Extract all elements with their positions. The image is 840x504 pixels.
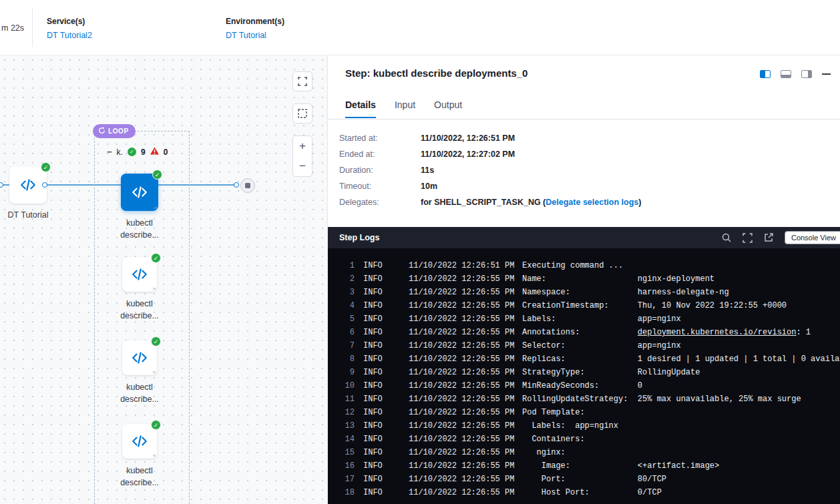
- log-timestamp: 11/10/2022 12:26:55 PM: [409, 433, 522, 446]
- step-logs-console[interactable]: 1 INFO 11/10/2022 12:26:51 PM Executing …: [328, 248, 840, 504]
- services-block: Service(s) DT Tutorial2: [47, 17, 92, 40]
- log-level: INFO: [363, 312, 409, 326]
- log-message: Executing command ...: [522, 259, 623, 272]
- connector-port: [42, 182, 47, 188]
- detail-value: 11/10/2022, 12:26:51 PM: [421, 134, 515, 143]
- log-level: INFO: [363, 419, 409, 433]
- log-level: INFO: [363, 286, 409, 299]
- log-line-number: 11: [337, 393, 355, 406]
- bottom-pane-view-icon[interactable]: [781, 70, 791, 78]
- open-in-new-icon[interactable]: [764, 233, 773, 242]
- log-message: MinReadySeconds: 0: [522, 379, 642, 393]
- delegate-selection-logs-link[interactable]: Delegate selection logs: [546, 198, 638, 207]
- pipeline-step-node[interactable]: ✓ ‹› kubectldescribe...: [105, 257, 174, 340]
- log-level: INFO: [363, 326, 409, 339]
- log-line: 2 INFO 11/10/2022 12:26:55 PM Name: ngin…: [328, 272, 840, 286]
- log-line-number: 17: [337, 473, 355, 486]
- log-annotation-link[interactable]: deployment.kubernetes.io/revision: [638, 328, 797, 337]
- pipeline-step-node[interactable]: ✓ ‹› kubectldescribe...: [105, 340, 174, 424]
- log-timestamp: 11/10/2022 12:26:55 PM: [409, 312, 522, 326]
- log-line-number: 4: [337, 299, 355, 312]
- group-name: k.: [117, 148, 123, 157]
- step-details-header: Step: kubectl describe deployments_0 Det…: [328, 55, 840, 227]
- node-command-icon: ‹›: [154, 205, 156, 211]
- environment-link[interactable]: DT Tutorial: [226, 31, 284, 40]
- loop-badge[interactable]: LOOP: [93, 124, 136, 138]
- log-line-number: 16: [337, 459, 355, 473]
- log-message: Name: nginx-deployment: [522, 272, 714, 286]
- step-label: kubectldescribe...: [120, 381, 159, 405]
- log-timestamp: 11/10/2022 12:26:55 PM: [409, 419, 522, 433]
- log-level: INFO: [363, 379, 409, 393]
- log-line-number: 10: [337, 379, 355, 393]
- log-line: 18 INFO 11/10/2022 12:26:55 PM Host Port…: [328, 486, 840, 499]
- zoom-in-button[interactable]: +: [293, 136, 312, 156]
- log-line-number: 14: [337, 433, 355, 446]
- log-line-number: 2: [337, 272, 355, 286]
- right-pane-view-icon[interactable]: [801, 70, 812, 78]
- elapsed-time: m 22s: [1, 23, 24, 33]
- services-label: Service(s): [47, 17, 92, 26]
- tab-details[interactable]: Details: [345, 99, 376, 118]
- log-message: Port: 80/TCP: [522, 473, 666, 486]
- search-logs-icon[interactable]: [722, 233, 731, 242]
- fit-to-screen-button[interactable]: [292, 71, 312, 91]
- code-step-icon: [131, 433, 148, 450]
- log-line-number: 18: [337, 486, 355, 499]
- pipeline-graph-canvas[interactable]: ✓ DT Tutorial LOOP − k. ✓ 9 0 ✓ ‹›: [0, 55, 327, 504]
- log-level: INFO: [363, 406, 409, 419]
- log-level: INFO: [363, 459, 409, 473]
- minimize-icon[interactable]: [822, 73, 831, 75]
- log-line: 4 INFO 11/10/2022 12:26:55 PM CreationTi…: [328, 299, 840, 312]
- connector-port: [0, 182, 3, 188]
- pipeline-step-node[interactable]: ✓ ‹› kubectldescribe...: [105, 174, 174, 257]
- node-command-icon: ‹›: [153, 369, 155, 375]
- log-timestamp: 11/10/2022 12:26:55 PM: [409, 486, 522, 499]
- log-message: Annotations: deployment.kubernetes.io/re…: [522, 326, 811, 339]
- success-check-icon: ✓: [151, 420, 161, 430]
- end-node[interactable]: [240, 178, 255, 193]
- log-line: 15 INFO 11/10/2022 12:26:55 PM nginx:: [328, 446, 840, 459]
- log-timestamp: 11/10/2022 12:26:55 PM: [409, 286, 522, 299]
- loop-steps: ✓ ‹› kubectldescribe... ✓ ‹› kubectldesc…: [105, 174, 174, 504]
- console-view-button[interactable]: Console View: [785, 231, 840, 244]
- step-logs-header: Step Logs Console View: [328, 227, 840, 248]
- stop-icon: [245, 183, 250, 188]
- log-line-number: 8: [337, 352, 355, 366]
- step-logs-title: Step Logs: [339, 233, 379, 242]
- canvas-controls: + −: [292, 71, 312, 177]
- tab-output[interactable]: Output: [434, 99, 462, 118]
- fullscreen-logs-icon[interactable]: [743, 233, 753, 243]
- detail-row: Timeout: 10m: [339, 178, 641, 194]
- pipeline-step-node-entry[interactable]: ✓: [9, 166, 47, 204]
- collapse-group-icon[interactable]: −: [107, 148, 112, 156]
- detail-label: Started at:: [339, 134, 421, 143]
- log-message: Labels: app=nginx: [522, 312, 681, 326]
- split-view-icon[interactable]: [760, 70, 771, 78]
- log-line-number: 5: [337, 312, 355, 326]
- service-link[interactable]: DT Tutorial2: [47, 31, 92, 40]
- detail-label: Duration:: [339, 166, 421, 175]
- marquee-select-button[interactable]: [292, 103, 312, 123]
- log-level: INFO: [363, 339, 409, 352]
- pipeline-step-node[interactable]: ✓ ‹› kubectldescribe...: [105, 424, 174, 504]
- zoom-controls: + −: [292, 136, 312, 177]
- environments-block: Environment(s) DT Tutorial: [226, 17, 284, 40]
- log-line-number: 9: [337, 366, 355, 379]
- step-details-panel: Step: kubectl describe deployments_0 Det…: [327, 55, 840, 504]
- step-label: kubectldescribe...: [120, 298, 159, 322]
- code-step-icon: [131, 349, 148, 366]
- loop-badge-label: LOOP: [108, 128, 129, 135]
- group-failed-count: 0: [164, 148, 168, 157]
- log-line: 6 INFO 11/10/2022 12:26:55 PM Annotation…: [328, 326, 840, 339]
- log-level: INFO: [363, 259, 409, 272]
- log-level: INFO: [363, 446, 409, 459]
- zoom-out-button[interactable]: −: [293, 156, 312, 176]
- log-level: INFO: [363, 272, 409, 286]
- environments-label: Environment(s): [226, 17, 284, 26]
- log-message: Labels: app=nginx: [522, 419, 618, 433]
- log-line-number: 3: [337, 286, 355, 299]
- log-timestamp: 11/10/2022 12:26:55 PM: [409, 272, 522, 286]
- tab-input[interactable]: Input: [395, 99, 415, 118]
- loop-group-header: − k. ✓ 9 0: [107, 147, 168, 157]
